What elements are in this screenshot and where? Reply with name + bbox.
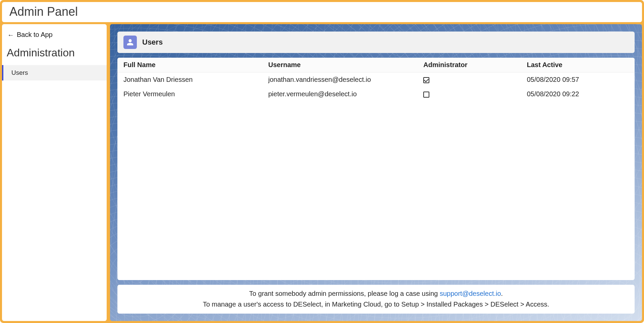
- column-header-last-active[interactable]: Last Active: [521, 58, 635, 72]
- sidebar-section-title: Administration: [2, 43, 107, 65]
- users-icon: [123, 36, 137, 49]
- cell-full-name: Jonathan Van Driessen: [117, 72, 262, 87]
- sidebar-item-label: Users: [11, 69, 28, 76]
- checkbox-checked-icon[interactable]: [423, 77, 429, 83]
- arrow-left-icon: ←: [7, 32, 14, 38]
- sidebar-item-users[interactable]: Users: [2, 65, 107, 80]
- back-to-app-label: Back to App: [17, 31, 53, 39]
- back-to-app-link[interactable]: ← Back to App: [2, 28, 107, 43]
- cell-username: jonathan.vandriessen@deselect.io: [262, 72, 418, 87]
- table-row[interactable]: Jonathan Van Driessen jonathan.vandriess…: [117, 72, 635, 87]
- panel-title: Users: [142, 38, 163, 47]
- page-title: Admin Panel: [9, 5, 635, 19]
- cell-administrator: [417, 87, 521, 101]
- main-panel: Users Full Name Username Administrator L…: [110, 24, 642, 321]
- users-table: Full Name Username Administrator Last Ac…: [117, 58, 635, 101]
- cell-full-name: Pieter Vermeulen: [117, 87, 262, 101]
- cell-administrator: [417, 72, 521, 87]
- top-bar: Admin Panel: [2, 2, 642, 22]
- app-body: ← Back to App Administration Users Users…: [2, 24, 642, 321]
- table-header-row: Full Name Username Administrator Last Ac…: [117, 58, 635, 72]
- panel-header: Users: [117, 32, 635, 53]
- footer-line-1: To grant somebody admin permissions, ple…: [124, 288, 628, 299]
- sidebar: ← Back to App Administration Users: [2, 24, 107, 321]
- footer-line1-suffix: .: [501, 290, 503, 297]
- app-frame: Admin Panel ← Back to App Administration…: [0, 0, 644, 323]
- cell-last-active: 05/08/2020 09:22: [521, 87, 635, 101]
- cell-last-active: 05/08/2020 09:57: [521, 72, 635, 87]
- users-table-container: Full Name Username Administrator Last Ac…: [117, 58, 635, 280]
- column-header-administrator[interactable]: Administrator: [417, 58, 521, 72]
- footer-line-2: To manage a user's access to DESelect, i…: [124, 299, 628, 310]
- support-email-link[interactable]: support@deselect.io: [440, 290, 501, 297]
- footer-message: To grant somebody admin permissions, ple…: [117, 285, 635, 314]
- column-header-full-name[interactable]: Full Name: [117, 58, 262, 72]
- cell-username: pieter.vermeulen@deselect.io: [262, 87, 418, 101]
- footer-line1-prefix: To grant somebody admin permissions, ple…: [249, 290, 440, 297]
- table-row[interactable]: Pieter Vermeulen pieter.vermeulen@desele…: [117, 87, 635, 101]
- checkbox-unchecked-icon[interactable]: [423, 92, 429, 98]
- column-header-username[interactable]: Username: [262, 58, 418, 72]
